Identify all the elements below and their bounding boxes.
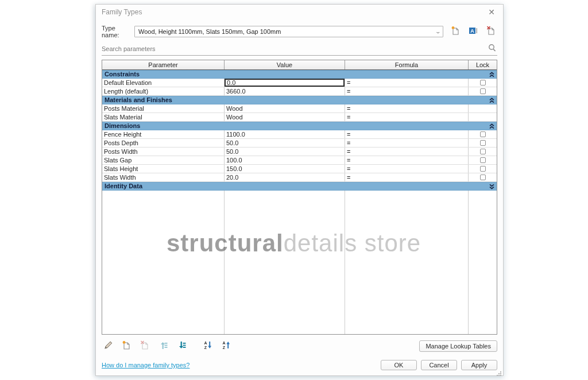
new-document-icon <box>122 340 131 352</box>
column-header-parameter[interactable]: Parameter <box>102 60 225 69</box>
parameter-lock-cell <box>469 130 497 138</box>
section-header-materials-and-finishes[interactable]: Materials and Finishes <box>102 96 497 104</box>
pencil-icon <box>103 340 113 352</box>
chevron-double-up-icon[interactable] <box>489 98 494 103</box>
move-up-button <box>157 340 169 352</box>
svg-text:A: A <box>222 341 225 345</box>
parameter-value-cell[interactable]: Wood <box>225 104 345 113</box>
parameter-value-cell[interactable]: 3660.0 <box>225 87 345 95</box>
parameter-lock-cell <box>469 148 497 156</box>
parameter-lock-cell <box>469 173 497 181</box>
chevron-double-down-icon[interactable] <box>489 184 494 189</box>
sort-descending-button[interactable]: AZ <box>220 340 233 352</box>
type-name-value: Wood, Height 1100mm, Slats 150mm, Gap 10… <box>138 28 436 35</box>
parameter-row: Slats MaterialWood= <box>102 113 497 122</box>
parameter-value-cell[interactable]: 20.0 <box>225 173 345 181</box>
svg-text:A: A <box>470 28 474 34</box>
rename-type-button[interactable]: A <box>467 26 479 37</box>
parameter-row: Slats Gap100.0= <box>102 156 497 165</box>
sort-az-up-icon: AZ <box>222 340 231 352</box>
parameter-formula-cell[interactable]: = <box>345 173 469 181</box>
parameter-row: Posts MaterialWood= <box>102 104 497 113</box>
chevron-double-up-icon[interactable] <box>489 72 494 77</box>
parameter-formula-cell[interactable]: = <box>345 87 469 95</box>
lock-checkbox[interactable] <box>480 175 486 180</box>
parameter-formula-cell[interactable]: = <box>345 79 469 87</box>
ok-button[interactable]: OK <box>381 360 417 370</box>
parameter-row: Posts Depth50.0= <box>102 139 497 148</box>
apply-button[interactable]: Apply <box>461 360 497 370</box>
parameter-formula-cell[interactable]: = <box>345 104 469 113</box>
section-header-constraints[interactable]: Constraints <box>102 70 497 79</box>
help-link[interactable]: How do I manage family types? <box>102 362 189 369</box>
parameter-formula-cell[interactable]: = <box>345 148 469 156</box>
section-header-identity-data[interactable]: Identity Data <box>102 182 497 191</box>
new-parameter-button[interactable] <box>120 340 133 352</box>
lock-checkbox[interactable] <box>480 80 486 86</box>
svg-text:A: A <box>204 341 207 345</box>
search-parameters-input[interactable] <box>102 45 488 52</box>
empty-column <box>225 191 345 334</box>
move-down-button[interactable] <box>175 340 188 352</box>
close-icon[interactable]: ✕ <box>486 8 497 16</box>
rename-a-icon: A <box>469 26 478 37</box>
dialog-title: Family Types <box>102 8 142 16</box>
cancel-button[interactable]: Cancel <box>421 360 457 370</box>
section-header-dimensions[interactable]: Dimensions <box>102 122 497 130</box>
resize-grip-icon[interactable] <box>496 369 502 374</box>
parameter-lock-cell <box>469 104 497 113</box>
parameter-row: Slats Height150.0= <box>102 165 497 173</box>
empty-column <box>469 191 497 334</box>
sort-ascending-button[interactable]: AZ <box>202 340 214 352</box>
edit-parameter-button[interactable] <box>102 340 114 352</box>
delete-document-icon <box>140 340 149 352</box>
lock-checkbox[interactable] <box>480 131 486 137</box>
parameter-row: Fence Height1100.0= <box>102 130 497 139</box>
parameter-name-cell: Posts Material <box>102 104 225 113</box>
parameter-row: Slats Width20.0= <box>102 173 497 182</box>
section-label: Identity Data <box>105 183 489 189</box>
lock-checkbox[interactable] <box>480 149 486 154</box>
column-header-value[interactable]: Value <box>225 60 345 69</box>
column-header-formula[interactable]: Formula <box>345 60 469 69</box>
parameter-lock-cell <box>469 113 497 121</box>
parameter-lock-cell <box>469 79 497 87</box>
delete-parameter-button <box>138 340 151 352</box>
parameter-value-cell[interactable]: 50.0 <box>225 139 345 147</box>
parameter-formula-cell[interactable]: = <box>345 156 469 164</box>
lock-checkbox[interactable] <box>480 166 486 172</box>
parameter-value-cell[interactable]: Wood <box>225 113 345 121</box>
lock-checkbox[interactable] <box>480 140 486 146</box>
manage-lookup-tables-button[interactable]: Manage Lookup Tables <box>419 340 497 352</box>
chevron-down-icon[interactable]: ⌄ <box>435 29 442 34</box>
parameter-value-cell[interactable]: 1100.0 <box>225 130 345 138</box>
parameter-formula-cell[interactable]: = <box>345 139 469 147</box>
dialog-titlebar: Family Types ✕ <box>96 5 503 20</box>
parameter-row: Default Elevation0.0= <box>102 79 497 87</box>
empty-column <box>102 191 225 334</box>
new-type-button[interactable] <box>449 26 462 37</box>
parameter-lock-cell <box>469 139 497 147</box>
lock-checkbox[interactable] <box>480 88 486 94</box>
parameter-value-cell[interactable]: 100.0 <box>225 156 345 164</box>
parameter-value-cell[interactable]: 150.0 <box>225 165 345 173</box>
parameter-formula-cell[interactable]: = <box>345 130 469 138</box>
parameter-name-cell: Posts Width <box>102 148 225 156</box>
chevron-double-up-icon[interactable] <box>489 123 494 129</box>
lock-checkbox[interactable] <box>480 157 486 163</box>
parameter-value-cell[interactable]: 0.0 <box>225 79 345 87</box>
type-name-combobox[interactable]: Wood, Height 1100mm, Slats 150mm, Gap 10… <box>134 26 443 37</box>
parameter-lock-cell <box>469 87 497 95</box>
parameter-name-cell: Default Elevation <box>102 79 225 87</box>
selected-value-editor[interactable]: 0.0 <box>225 79 345 87</box>
parameter-name-cell: Fence Height <box>102 130 225 138</box>
svg-text:Z: Z <box>204 346 207 350</box>
sort-az-down-icon: AZ <box>203 340 212 352</box>
column-header-lock[interactable]: Lock <box>469 60 497 69</box>
parameter-name-cell: Slats Gap <box>102 156 225 164</box>
parameter-formula-cell[interactable]: = <box>345 113 469 121</box>
parameter-value-cell[interactable]: 50.0 <box>225 148 345 156</box>
magnifier-icon[interactable] <box>488 44 497 54</box>
delete-type-button[interactable] <box>485 26 497 37</box>
parameter-formula-cell[interactable]: = <box>345 165 469 173</box>
